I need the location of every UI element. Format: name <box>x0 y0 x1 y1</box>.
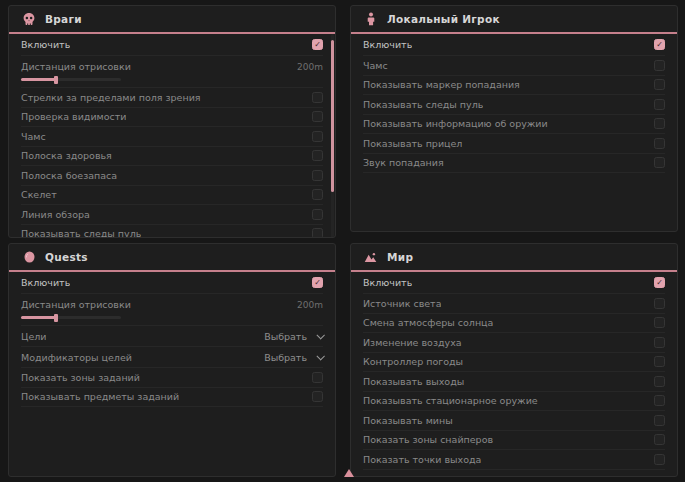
checkbox[interactable] <box>312 209 323 220</box>
row-toggle[interactable]: Звук попадания <box>363 154 665 174</box>
row-toggle[interactable]: Линия обзора <box>21 205 323 225</box>
checkbox[interactable] <box>654 395 665 406</box>
row-toggle[interactable]: Показывать маркер попадания <box>363 76 665 96</box>
checkbox[interactable] <box>654 60 665 71</box>
row-toggle[interactable]: Смена атмосферы солнца <box>363 314 665 334</box>
row-toggle[interactable]: Чамс <box>363 56 665 76</box>
row-label: Включить <box>363 39 412 50</box>
panel-body-quests: Включить✓Дистанция отрисовки200mЦелиВыбр… <box>9 272 335 407</box>
checkbox[interactable] <box>654 118 665 129</box>
chevron-down-icon <box>316 352 324 360</box>
slider-track[interactable] <box>21 316 121 319</box>
row-toggle[interactable]: Включить✓ <box>363 272 665 294</box>
row-label: Скелет <box>21 189 57 200</box>
checkbox[interactable] <box>654 434 665 445</box>
row-select[interactable]: Модификаторы целейВыбрать <box>21 347 323 368</box>
row-toggle[interactable]: Изменение воздуха <box>363 333 665 353</box>
slider-thumb[interactable] <box>54 76 58 84</box>
row-toggle[interactable]: Показывать следы пуль <box>21 225 323 239</box>
row-toggle[interactable]: Включить✓ <box>21 272 323 294</box>
row-toggle[interactable]: Показывать стационарное оружие <box>363 392 665 412</box>
row-label: Изменение воздуха <box>363 337 462 348</box>
row-toggle[interactable]: Скелет <box>21 186 323 206</box>
row-toggle[interactable]: Показывать мины <box>363 411 665 431</box>
checkbox[interactable] <box>312 170 323 181</box>
row-toggle[interactable]: Включить✓ <box>21 34 323 56</box>
checkbox[interactable] <box>312 111 323 122</box>
checkbox[interactable] <box>312 228 323 238</box>
checkbox[interactable] <box>312 92 323 103</box>
checkbox[interactable] <box>654 415 665 426</box>
row-toggle[interactable]: Источник света <box>363 294 665 314</box>
row-select[interactable]: ЦелиВыбрать <box>21 326 323 347</box>
panel-world: МирВключить✓Источник светаСмена атмосфер… <box>350 243 678 477</box>
row-label: Модификаторы целей <box>21 352 132 363</box>
row-toggle[interactable]: Контроллер погоды <box>363 353 665 373</box>
checkbox[interactable] <box>654 317 665 328</box>
slider-label: Дистанция отрисовки <box>21 61 131 72</box>
row-toggle[interactable]: Показать точки выхода <box>363 450 665 470</box>
row-toggle[interactable]: Стрелки за пределами поля зрения <box>21 88 323 108</box>
row-toggle[interactable]: Показывать информацию об оружии <box>363 115 665 135</box>
panel-enemies: ВрагиВключить✓Дистанция отрисовки200mСтр… <box>8 5 336 238</box>
row-toggle[interactable]: Полоска здоровья <box>21 147 323 167</box>
row-label: Контроллер погоды <box>363 356 463 367</box>
checkbox[interactable] <box>654 79 665 90</box>
row-label: Смена атмосферы солнца <box>363 317 493 328</box>
panel-header-quests: Quests <box>9 244 335 272</box>
slider-thumb[interactable] <box>54 314 58 322</box>
row-toggle[interactable]: Полоска боезапаса <box>21 166 323 186</box>
scrollbar-track[interactable] <box>331 34 334 238</box>
slider-label: Дистанция отрисовки <box>21 299 131 310</box>
checkbox[interactable]: ✓ <box>312 39 323 50</box>
row-toggle[interactable]: Показывать выходы <box>363 372 665 392</box>
checkbox[interactable] <box>312 372 323 383</box>
row-label: Полоска боезапаса <box>21 170 117 181</box>
checkbox[interactable] <box>312 131 323 142</box>
row-label: Показывать мины <box>363 415 453 426</box>
checkbox[interactable] <box>312 391 323 402</box>
checkbox[interactable] <box>312 189 323 200</box>
row-toggle[interactable]: Показать зоны заданий <box>21 368 323 388</box>
panel-header-local-player: Локальный Игрок <box>351 6 677 34</box>
dropdown[interactable]: Выбрать <box>264 331 323 342</box>
row-label: Показать зоны заданий <box>21 372 140 383</box>
checkbox[interactable]: ✓ <box>654 39 665 50</box>
checkbox[interactable] <box>654 157 665 168</box>
row-slider: Дистанция отрисовки200m <box>21 56 323 88</box>
checkbox[interactable] <box>654 337 665 348</box>
row-label: Включить <box>21 277 70 288</box>
row-toggle[interactable]: Чамс <box>21 127 323 147</box>
row-label: Стрелки за пределами поля зрения <box>21 92 201 103</box>
row-toggle[interactable]: Включить✓ <box>363 34 665 56</box>
checkbox[interactable] <box>654 138 665 149</box>
row-toggle[interactable]: Показывать следы пуль <box>363 95 665 115</box>
checkbox[interactable] <box>654 99 665 110</box>
checkmark-icon: ✓ <box>314 40 321 48</box>
row-label: Звук попадания <box>363 157 444 168</box>
slider-fill <box>21 78 56 81</box>
checkbox[interactable]: ✓ <box>312 277 323 288</box>
checkbox[interactable] <box>654 454 665 465</box>
checkbox[interactable] <box>654 376 665 387</box>
slider-value: 200m <box>297 300 323 310</box>
row-toggle[interactable]: Показать зоны снайперов <box>363 431 665 451</box>
quests-icon <box>22 250 36 264</box>
panel-local-player: Локальный ИгрокВключить✓ЧамсПоказывать м… <box>350 5 678 232</box>
slider-track[interactable] <box>21 78 121 81</box>
row-toggle[interactable]: Показывать прицел <box>363 134 665 154</box>
checkbox[interactable] <box>654 356 665 367</box>
row-label: Показывать прицел <box>363 138 462 149</box>
row-toggle[interactable]: Показывать предметы заданий <box>21 388 323 408</box>
checkmark-icon: ✓ <box>656 40 663 48</box>
checkbox[interactable]: ✓ <box>654 277 665 288</box>
row-label: Показать зоны снайперов <box>363 434 493 445</box>
row-label: Источник света <box>363 298 441 309</box>
checkbox[interactable] <box>654 298 665 309</box>
checkbox[interactable] <box>312 150 323 161</box>
row-label: Чамс <box>21 131 46 142</box>
scrollbar-thumb[interactable] <box>331 40 334 192</box>
row-toggle[interactable]: Проверка видимости <box>21 108 323 128</box>
panel-header-enemies: Враги <box>9 6 335 34</box>
dropdown[interactable]: Выбрать <box>264 352 323 363</box>
